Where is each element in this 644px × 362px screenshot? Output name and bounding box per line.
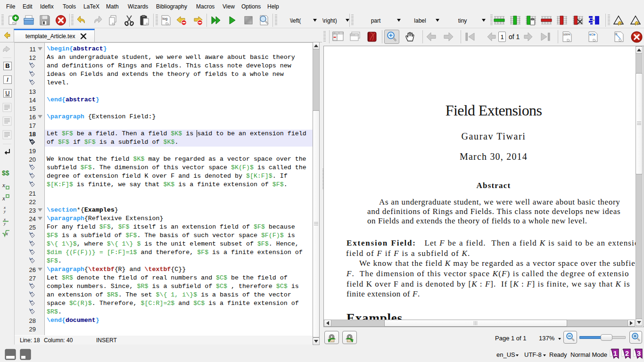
svg-text:x: x xyxy=(2,181,5,189)
svg-text:x: x xyxy=(5,230,8,236)
svg-text:2: 2 xyxy=(625,349,629,357)
svg-text:1: 1 xyxy=(613,349,617,357)
svg-text:log: log xyxy=(163,16,168,21)
svg-text:y: y xyxy=(3,221,6,226)
svg-text:100%: 100% xyxy=(563,33,570,36)
svg-text:y: y xyxy=(3,209,6,214)
svg-text:x: x xyxy=(2,195,5,202)
svg-text:3: 3 xyxy=(637,349,641,357)
